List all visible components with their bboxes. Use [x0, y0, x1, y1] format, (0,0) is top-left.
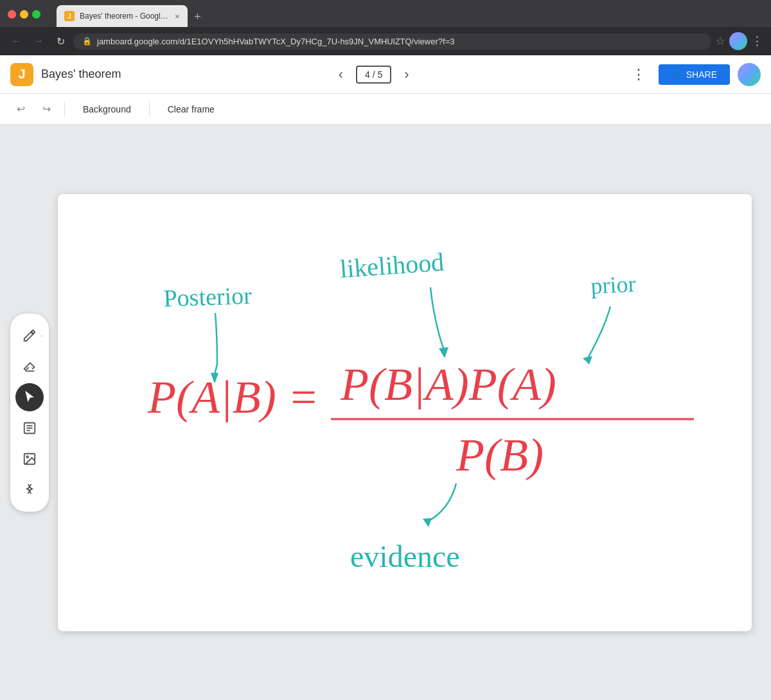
frame-indicator: 4 / 5 — [356, 66, 391, 84]
svg-text:evidence: evidence — [350, 539, 460, 573]
undo-button[interactable]: ↩ — [10, 99, 31, 120]
share-label: SHARE — [686, 69, 717, 80]
clear-frame-button[interactable]: Clear frame — [157, 100, 225, 118]
bookmark-button[interactable]: ☆ — [715, 34, 725, 48]
redo-button[interactable]: ↪ — [36, 99, 57, 120]
svg-marker-16 — [423, 518, 432, 527]
user-avatar[interactable] — [738, 63, 761, 86]
app-title: Bayes' theorem — [41, 67, 121, 81]
toolbar-divider2 — [149, 102, 150, 117]
forward-button[interactable]: → — [30, 32, 48, 50]
app-logo: J — [10, 63, 33, 86]
tool-sidebar: › — [10, 314, 49, 512]
tab-favicon: J — [64, 11, 75, 21]
pen-tool[interactable]: › — [15, 321, 44, 350]
main-content: › Posterior likelihood — [0, 125, 771, 700]
app-header: J Bayes' theorem ‹ 4 / 5 › ⋮ 👤 SHARE — [0, 55, 771, 94]
sticky-note-tool[interactable] — [15, 414, 44, 442]
toolbar: ↩ ↪ Background Clear frame — [0, 94, 771, 125]
new-tab-button[interactable]: + — [188, 6, 208, 27]
prev-frame-button[interactable]: ‹ — [333, 64, 348, 85]
whiteboard-area: Posterior likelihood prior P(A|B) = P(B|… — [0, 125, 771, 700]
next-frame-button[interactable]: › — [399, 64, 414, 85]
select-tool[interactable] — [15, 383, 44, 411]
profile-avatar[interactable] — [729, 32, 747, 50]
menu-button[interactable]: ⋮ — [751, 34, 763, 48]
tab-bar: J Bayes' theorem - Google Jambo × + — [0, 0, 771, 27]
maximize-button[interactable] — [32, 10, 40, 19]
minimize-button[interactable] — [20, 10, 28, 19]
svg-marker-11 — [583, 356, 592, 364]
eraser-tool[interactable] — [15, 352, 44, 381]
refresh-button[interactable]: ↻ — [51, 32, 69, 50]
address-bar[interactable]: 🔒 jamboard.google.com/d/1E1OVYh5hHVabTWY… — [73, 33, 711, 49]
active-tab[interactable]: J Bayes' theorem - Google Jambo × — [57, 5, 188, 27]
background-button[interactable]: Background — [73, 100, 141, 118]
toolbar-divider — [64, 102, 65, 117]
whiteboard[interactable]: Posterior likelihood prior P(A|B) = P(B|… — [58, 194, 752, 631]
svg-text:P(B|A)P(A): P(B|A)P(A) — [340, 359, 556, 410]
tab-title: Bayes' theorem - Google Jambo — [80, 12, 170, 21]
svg-text:likelihood: likelihood — [339, 247, 445, 283]
image-tool[interactable] — [15, 445, 44, 473]
svg-text:P(A|B) =: P(A|B) = — [147, 372, 319, 423]
svg-text:P(B): P(B) — [456, 429, 544, 481]
lock-icon: 🔒 — [82, 37, 92, 46]
more-options-button[interactable]: ⋮ — [626, 64, 651, 85]
tab-close-button[interactable]: × — [175, 12, 180, 21]
browser-chrome: J Bayes' theorem - Google Jambo × + ← → … — [0, 0, 771, 55]
laser-tool[interactable] — [15, 476, 44, 504]
address-bar-row: ← → ↻ 🔒 jamboard.google.com/d/1E1OVYh5hH… — [0, 27, 771, 55]
svg-text:prior: prior — [590, 271, 636, 299]
url-text: jamboard.google.com/d/1E1OVYh5hHVabTWYTc… — [97, 37, 454, 46]
close-button[interactable] — [8, 10, 16, 19]
back-button[interactable]: ← — [8, 32, 26, 50]
share-button[interactable]: 👤 SHARE — [659, 64, 730, 85]
svg-point-5 — [26, 456, 28, 458]
share-icon: 👤 — [671, 69, 682, 80]
svg-text:Posterior: Posterior — [163, 282, 253, 312]
window-controls — [8, 10, 40, 19]
svg-marker-10 — [439, 347, 448, 358]
